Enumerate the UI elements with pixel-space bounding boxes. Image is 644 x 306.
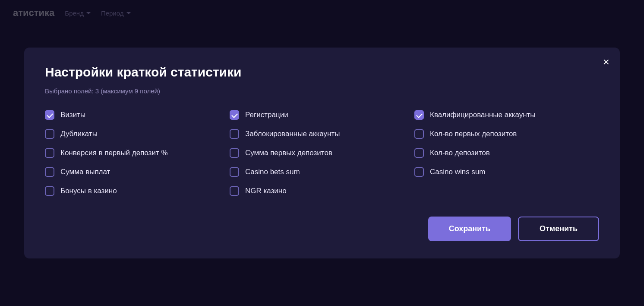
checkbox-label-registrations: Регистрации bbox=[245, 111, 288, 119]
checkbox-input-first-dep-sum[interactable] bbox=[230, 148, 239, 158]
modal-title: Настройки краткой статистики bbox=[45, 65, 599, 80]
checkbox-label-casino-bets: Casino bets sum bbox=[245, 168, 300, 176]
checkbox-input-conversion[interactable] bbox=[45, 148, 54, 158]
checkbox-input-blocked[interactable] bbox=[230, 129, 239, 139]
checkbox-input-bonuses[interactable] bbox=[45, 186, 54, 196]
checkbox-bonuses[interactable]: Бонусы в казино bbox=[45, 186, 230, 196]
checkbox-first-dep-sum[interactable]: Сумма первых депозитов bbox=[230, 148, 414, 158]
checkbox-label-ngr: NGR казино bbox=[245, 187, 287, 195]
checkbox-casino-bets[interactable]: Casino bets sum bbox=[230, 167, 414, 177]
checkbox-input-first-dep-count[interactable] bbox=[414, 129, 424, 139]
checkbox-duplicates[interactable]: Дубликаты bbox=[45, 129, 230, 139]
settings-modal: × Настройки краткой статистики Выбрано п… bbox=[24, 48, 620, 258]
checkbox-input-registrations[interactable] bbox=[230, 110, 239, 120]
checkbox-input-duplicates[interactable] bbox=[45, 129, 54, 139]
checkbox-label-first-dep-count: Кол-во первых депозитов bbox=[430, 130, 517, 138]
checkbox-label-qualified: Квалифицированные аккаунты bbox=[430, 111, 536, 119]
checkbox-label-blocked: Заблокированные аккаунты bbox=[245, 130, 340, 138]
checkbox-label-duplicates: Дубликаты bbox=[60, 130, 98, 138]
checkbox-label-dep-count: Кол-во депозитов bbox=[430, 149, 490, 157]
checkbox-payouts[interactable]: Сумма выплат bbox=[45, 167, 230, 177]
close-button[interactable]: × bbox=[603, 56, 609, 67]
checkbox-conversion[interactable]: Конверсия в первый депозит % bbox=[45, 148, 230, 158]
save-button[interactable]: Сохранить bbox=[428, 217, 511, 241]
checkbox-label-payouts: Сумма выплат bbox=[60, 168, 110, 176]
checkbox-input-casino-bets[interactable] bbox=[230, 167, 239, 177]
checkbox-visits[interactable]: Визиты bbox=[45, 110, 230, 120]
checkbox-label-casino-wins: Casino wins sum bbox=[430, 168, 486, 176]
modal-subtitle: Выбрано полей: 3 (максимум 9 полей) bbox=[45, 87, 599, 95]
cancel-button[interactable]: Отменить bbox=[518, 217, 599, 241]
checkbox-label-first-dep-sum: Сумма первых депозитов bbox=[245, 149, 332, 157]
checkbox-casino-wins[interactable]: Casino wins sum bbox=[414, 167, 599, 177]
checkbox-input-casino-wins[interactable] bbox=[414, 167, 424, 177]
checkbox-input-dep-count[interactable] bbox=[414, 148, 424, 158]
modal-footer: Сохранить Отменить bbox=[45, 217, 599, 241]
checkbox-label-bonuses: Бонусы в казино bbox=[60, 187, 117, 195]
checkbox-blocked[interactable]: Заблокированные аккаунты bbox=[230, 129, 414, 139]
checkboxes-grid: Визиты Регистрации Квалифицированные акк… bbox=[45, 110, 599, 196]
checkbox-label-visits: Визиты bbox=[60, 111, 85, 119]
checkbox-input-visits[interactable] bbox=[45, 110, 54, 120]
checkbox-input-ngr[interactable] bbox=[230, 186, 239, 196]
checkbox-input-payouts[interactable] bbox=[45, 167, 54, 177]
checkbox-first-dep-count[interactable]: Кол-во первых депозитов bbox=[414, 129, 599, 139]
checkbox-label-conversion: Конверсия в первый депозит % bbox=[60, 149, 168, 157]
checkbox-input-qualified[interactable] bbox=[414, 110, 424, 120]
checkbox-dep-count[interactable]: Кол-во депозитов bbox=[414, 148, 599, 158]
checkbox-qualified[interactable]: Квалифицированные аккаунты bbox=[414, 110, 599, 120]
checkbox-registrations[interactable]: Регистрации bbox=[230, 110, 414, 120]
checkbox-ngr[interactable]: NGR казино bbox=[230, 186, 414, 196]
modal-overlay: × Настройки краткой статистики Выбрано п… bbox=[0, 0, 644, 306]
